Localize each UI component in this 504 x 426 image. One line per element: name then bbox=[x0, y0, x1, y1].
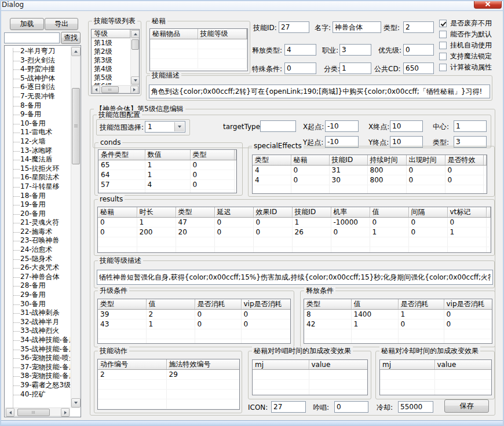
sidebar-item[interactable]: 27-神兽合体 bbox=[5, 273, 70, 282]
combo-dropdown-button[interactable] bbox=[174, 122, 184, 131]
column-header[interactable]: 值 bbox=[370, 207, 408, 218]
sidebar-item[interactable]: 16-星陨法术 bbox=[5, 173, 70, 182]
sidebar-item[interactable]: 20-备用 bbox=[5, 210, 70, 219]
sidebar-item[interactable]: 32-战神半月 bbox=[5, 318, 70, 327]
column-header[interactable]: value bbox=[434, 360, 491, 370]
range-select-combo[interactable]: 1 bbox=[145, 121, 185, 133]
type-input[interactable] bbox=[403, 21, 434, 33]
column-header[interactable]: 值 bbox=[351, 299, 398, 310]
column-header[interactable]: 类型 bbox=[304, 299, 351, 310]
column-header[interactable]: 技能ID bbox=[292, 207, 331, 218]
chant-input[interactable] bbox=[334, 401, 368, 413]
category-input[interactable] bbox=[339, 63, 371, 74]
release-type-input[interactable] bbox=[284, 44, 316, 56]
sidebar-item[interactable]: 9-备用 bbox=[5, 110, 70, 119]
column-header[interactable]: 类型 bbox=[253, 155, 291, 166]
column-header[interactable]: 时长 bbox=[137, 207, 176, 218]
column-header[interactable]: 延迟 bbox=[214, 207, 253, 218]
level-list-item[interactable]: 第3级 bbox=[92, 56, 130, 65]
table-row[interactable]: 403080000 bbox=[253, 175, 487, 185]
column-header[interactable]: 是否特效 bbox=[445, 155, 483, 166]
column-header[interactable]: mj bbox=[253, 360, 309, 370]
column-header[interactable]: 持续时间 bbox=[367, 155, 406, 166]
sidebar-item[interactable]: 18-备用 bbox=[5, 192, 70, 201]
sidebar-item[interactable]: 33-战神烈火 bbox=[5, 326, 70, 336]
sidebar-item[interactable]: 6-逐日剑法 bbox=[5, 83, 70, 92]
scroll-left-button[interactable] bbox=[6, 408, 14, 417]
table-row[interactable]: 43100 bbox=[98, 320, 290, 329]
column-header[interactable]: 是否消耗 bbox=[195, 299, 241, 310]
level-desc-input[interactable] bbox=[97, 270, 493, 285]
sidebar-item[interactable]: 40-挖矿 bbox=[5, 390, 70, 399]
sidebar-item[interactable]: 2-半月弯刀 bbox=[5, 47, 70, 56]
column-header[interactable]: value bbox=[309, 360, 367, 370]
scroll-down-button[interactable] bbox=[131, 76, 140, 85]
special-cond-input[interactable] bbox=[284, 63, 316, 74]
column-header[interactable]: vip是否消耗 bbox=[444, 299, 492, 310]
load-button[interactable]: 加载 bbox=[10, 18, 44, 30]
export-button[interactable]: 导出 bbox=[45, 18, 78, 30]
center-input[interactable] bbox=[454, 120, 487, 132]
sidebar-item[interactable]: 24-治愈术 bbox=[5, 245, 70, 255]
sidebar-item[interactable]: 3-烈火剑法 bbox=[5, 56, 70, 65]
level-vscrollbar[interactable] bbox=[130, 30, 139, 85]
scrollbar-thumb[interactable] bbox=[101, 86, 119, 93]
scroll-down-button[interactable] bbox=[71, 398, 81, 407]
table-row[interactable]: 6510 bbox=[98, 160, 236, 170]
sidebar-item[interactable]: 17-斗转星移 bbox=[5, 182, 70, 192]
table-row[interactable]: 42100 bbox=[304, 320, 492, 329]
scroll-up-button[interactable] bbox=[131, 30, 140, 38]
sidebar-item[interactable]: 30-备用 bbox=[5, 300, 70, 309]
column-header[interactable]: 间隔 bbox=[408, 207, 447, 218]
table-row[interactable]: 0147001-10000000 bbox=[98, 218, 491, 227]
scrollbar-thumb[interactable] bbox=[72, 88, 80, 164]
sidebar-item[interactable]: 23-召唤神兽 bbox=[5, 236, 70, 245]
level-list-item[interactable]: 第4级 bbox=[92, 65, 130, 74]
checkbox-row[interactable]: 支持魔法锁定 bbox=[439, 51, 501, 62]
column-header[interactable]: 技能等级 bbox=[198, 29, 246, 39]
save-button[interactable]: 保存 bbox=[444, 399, 489, 413]
checkbox-checked-icon[interactable] bbox=[439, 20, 447, 27]
sidebar-item[interactable]: 15-抗拒火环 bbox=[5, 164, 70, 174]
sidebar-item[interactable]: 38-宠物技能-备用 bbox=[5, 372, 70, 381]
column-header[interactable]: 秘籍 bbox=[98, 207, 137, 218]
column-header[interactable]: 效果ID bbox=[253, 207, 292, 218]
column-header[interactable]: 技能ID bbox=[329, 155, 367, 166]
column-header[interactable]: 数值 bbox=[145, 150, 190, 160]
sidebar-item[interactable]: 22-施毒术 bbox=[5, 227, 70, 237]
table-row[interactable]: 6410 bbox=[98, 170, 236, 180]
column-header[interactable]: vt标记 bbox=[447, 207, 486, 218]
sidebar-item[interactable]: 21-灵魂火符 bbox=[5, 218, 70, 227]
column-header[interactable]: 秘籍 bbox=[291, 155, 329, 166]
scroll-right-button[interactable] bbox=[130, 86, 138, 94]
sidebar-item[interactable]: 34-战神技能-备用 bbox=[5, 336, 70, 345]
sidebar-item[interactable]: 31-战神刺杀 bbox=[5, 309, 70, 318]
public-cd-input[interactable] bbox=[403, 63, 434, 74]
sidebar-item[interactable]: 8-备用 bbox=[5, 101, 70, 111]
x-end-input[interactable] bbox=[390, 120, 423, 132]
column-header[interactable]: 动作编号 bbox=[98, 359, 166, 370]
name-input[interactable] bbox=[333, 21, 381, 33]
checkbox-icon[interactable] bbox=[439, 42, 447, 49]
sidebar-item[interactable]: 4-野蛮冲撞 bbox=[5, 65, 70, 74]
level-list-item[interactable]: 第1级 bbox=[92, 39, 130, 47]
sidebar-item[interactable]: 35-战神技能-备用 bbox=[5, 345, 70, 354]
job-input[interactable] bbox=[339, 44, 371, 56]
x-start-input[interactable] bbox=[325, 120, 359, 132]
column-header[interactable]: 值 bbox=[146, 299, 195, 310]
scroll-right-button[interactable] bbox=[61, 408, 70, 417]
checkbox-row[interactable]: 挂机自动使用 bbox=[439, 40, 501, 51]
sidebar-item[interactable]: 10-备用 bbox=[5, 119, 70, 128]
sidebar-item[interactable]: 7-无畏冲锋 bbox=[5, 92, 70, 101]
scrollbar-thumb[interactable] bbox=[17, 409, 50, 416]
sidebar-item[interactable]: 39-霸者之怒3级 bbox=[5, 381, 70, 390]
close-button[interactable] bbox=[474, 0, 502, 9]
sidebar-item[interactable]: 5-战神护体 bbox=[5, 74, 70, 83]
search-input[interactable] bbox=[4, 32, 60, 43]
column-header[interactable]: 机率 bbox=[331, 207, 370, 218]
table-row[interactable]: 5740 bbox=[98, 180, 236, 190]
checkbox-row[interactable]: 是否废弃不用 bbox=[439, 18, 501, 29]
level-hscrollbar[interactable] bbox=[92, 85, 139, 93]
scroll-left-button[interactable] bbox=[92, 86, 100, 94]
level-list-item[interactable]: 第5级 bbox=[92, 74, 130, 82]
